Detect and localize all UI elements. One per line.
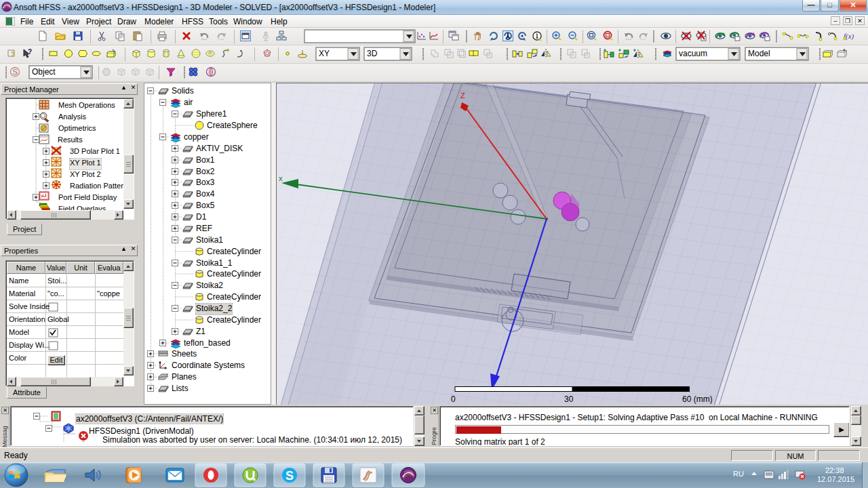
svg-text:RU: RU	[733, 470, 744, 478]
svg-text:30: 30	[564, 394, 574, 404]
svg-text:60 (mm): 60 (mm)	[682, 394, 713, 404]
svg-text:Model: Model	[748, 49, 770, 58]
svg-text:0: 0	[451, 394, 456, 404]
svg-text:Z: Z	[460, 92, 465, 100]
svg-text:S: S	[285, 469, 294, 483]
svg-text:12.07.2015: 12.07.2015	[817, 475, 854, 483]
svg-text:vacuum: vacuum	[679, 49, 707, 58]
svg-text:x: x	[279, 174, 283, 182]
svg-text:Object: Object	[32, 67, 56, 77]
svg-text:3D: 3D	[367, 49, 378, 58]
svg-text:22:38: 22:38	[825, 466, 844, 474]
svg-text:XY: XY	[319, 49, 330, 58]
